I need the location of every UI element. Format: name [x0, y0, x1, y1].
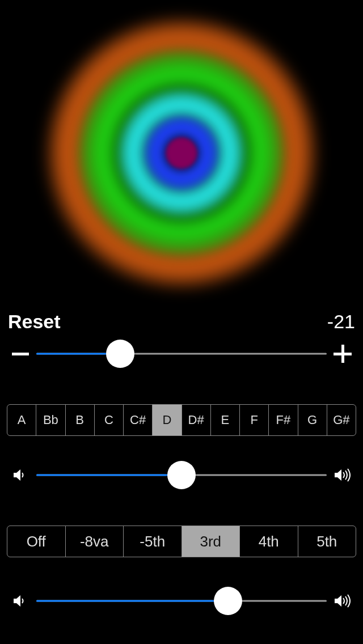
note-option-c[interactable]: C [95, 405, 124, 435]
note-option-d[interactable]: D [153, 405, 182, 435]
visualizer [0, 0, 363, 306]
interval-option-5th[interactable]: 5th [298, 526, 356, 557]
note-option-dsharp[interactable]: D# [182, 405, 211, 435]
speaker-low-icon [7, 467, 34, 484]
interval-segmented-control[interactable]: Off-8va-5th3rd4th5th [7, 526, 356, 557]
note-option-csharp[interactable]: C# [124, 405, 153, 435]
volume2-slider-fill [36, 600, 228, 602]
volume2-slider[interactable] [36, 590, 327, 612]
interval-option-8va[interactable]: -8va [66, 526, 124, 557]
volume1-slider[interactable] [36, 464, 327, 486]
speaker-low-icon [7, 592, 34, 609]
volume1-slider-fill [36, 474, 182, 476]
plus-icon [334, 345, 352, 363]
interval-option-5th[interactable]: -5th [124, 526, 182, 557]
cents-slider-thumb[interactable] [106, 340, 134, 368]
note-option-bb[interactable]: Bb [36, 405, 65, 435]
interval-option-3rd[interactable]: 3rd [182, 526, 240, 557]
minus-icon [12, 353, 29, 355]
note-option-g[interactable]: G [298, 405, 327, 435]
note-segmented-control[interactable]: ABbBCC#DD#EFF#GG# [7, 404, 356, 436]
volume2-slider-thumb[interactable] [214, 587, 242, 615]
speaker-high-icon [329, 592, 356, 609]
vis-ring-magenta [166, 137, 197, 169]
interval-option-4th[interactable]: 4th [240, 526, 298, 557]
reset-button[interactable]: Reset [8, 311, 61, 333]
note-option-b[interactable]: B [66, 405, 95, 435]
volume1-slider-thumb[interactable] [167, 461, 196, 489]
note-option-fsharp[interactable]: F# [269, 405, 298, 435]
cents-plus-button[interactable] [329, 345, 356, 363]
speaker-high-icon [329, 467, 356, 484]
cents-slider[interactable] [36, 342, 327, 365]
note-option-e[interactable]: E [211, 405, 240, 435]
cents-value: -21 [327, 311, 355, 333]
note-option-f[interactable]: F [240, 405, 269, 435]
note-option-a[interactable]: A [7, 405, 36, 435]
cents-minus-button[interactable] [7, 353, 34, 355]
note-option-gsharp[interactable]: G# [327, 405, 356, 435]
interval-option-off[interactable]: Off [7, 526, 66, 557]
